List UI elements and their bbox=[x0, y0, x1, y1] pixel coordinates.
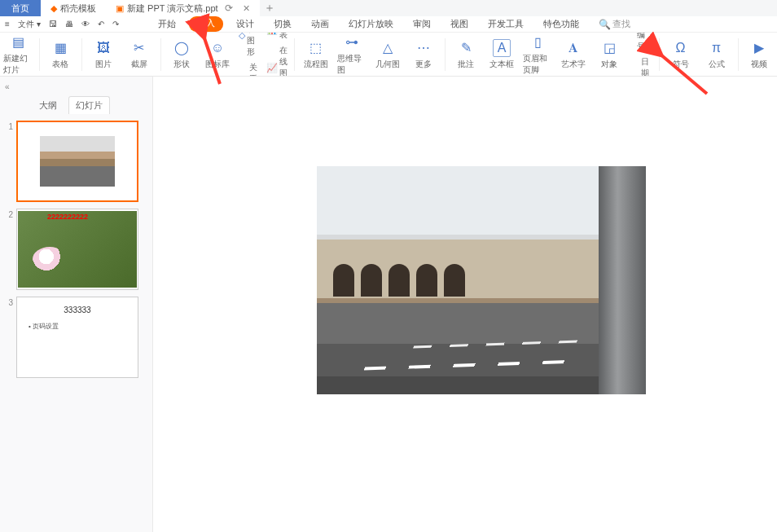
thumb3-bullet: • 页码设置 bbox=[29, 322, 59, 331]
geometry-button[interactable]: △ 几何图 bbox=[373, 39, 402, 70]
more-icon: ⋯ bbox=[415, 39, 432, 57]
object-label: 对象 bbox=[601, 59, 617, 70]
menu-toggle[interactable]: ≡ bbox=[5, 20, 10, 29]
slide-thumbnail-3[interactable]: 333333 • 页码设置 bbox=[16, 297, 138, 378]
workspace: « 大纲 幻灯片 1 2 2222222222 3 bbox=[0, 77, 777, 532]
collapse-icon[interactable]: « bbox=[5, 82, 10, 91]
search-label: 查找 bbox=[612, 18, 630, 30]
annotate-button[interactable]: ✎ 批注 bbox=[451, 39, 481, 70]
ribbon-tab-slideshow[interactable]: 幻灯片放映 bbox=[342, 16, 400, 32]
ribbon-tab-special[interactable]: 特色功能 bbox=[537, 16, 586, 32]
search-icon: 🔍 bbox=[599, 19, 611, 30]
slides-tab[interactable]: 幻灯片 bbox=[68, 96, 110, 114]
redo-icon[interactable]: ↷ bbox=[112, 20, 119, 29]
print-icon[interactable]: 🖶 bbox=[65, 20, 73, 29]
flowchart-icon: ⬚ bbox=[307, 39, 325, 57]
iconlib-icon: ☺ bbox=[209, 39, 226, 57]
ribbon-tab-dev[interactable]: 开发工具 bbox=[481, 16, 530, 32]
slide-thumbnails: 1 2 2222222222 3 333333 • 页码设置 bbox=[0, 116, 152, 389]
wordart-button[interactable]: 𝐀 艺术字 bbox=[559, 39, 588, 70]
save-icon[interactable]: 🖫 bbox=[49, 20, 57, 29]
thumb-image bbox=[40, 136, 115, 187]
table-icon: ▦ bbox=[51, 39, 69, 57]
tab-home[interactable]: 首页 bbox=[0, 0, 41, 16]
undo-icon[interactable]: ↶ bbox=[98, 20, 104, 29]
mindmap-button[interactable]: ⊶ 思维导图 bbox=[337, 33, 367, 76]
titlebar: 首页 ◆ 稻壳模板 ▣ 新建 PPT 演示文稿.ppt ⟳ ✕ ＋ bbox=[0, 0, 777, 16]
ribbon-tab-start[interactable]: 开始 bbox=[151, 16, 182, 32]
datetime-button[interactable]: ⏱日期和时间 bbox=[630, 55, 652, 77]
picture-label: 图片 bbox=[95, 59, 112, 70]
annotate-icon: ✎ bbox=[457, 39, 475, 57]
side-panel: « 大纲 幻灯片 1 2 2222222222 3 bbox=[0, 77, 153, 532]
preview-icon[interactable]: 👁 bbox=[81, 20, 90, 29]
object-button[interactable]: ◲ 对象 bbox=[595, 39, 624, 70]
ribbon-tab-transition[interactable]: 切换 bbox=[267, 16, 298, 32]
flowchart-label: 流程图 bbox=[304, 59, 328, 70]
shape-button[interactable]: ◯ 形状 bbox=[167, 39, 196, 70]
outline-tab[interactable]: 大纲 bbox=[33, 97, 64, 114]
tab-new[interactable]: ＋ bbox=[260, 0, 279, 16]
refresh-icon[interactable]: ⟳ bbox=[225, 2, 233, 14]
tab-template[interactable]: ◆ 稻壳模板 bbox=[41, 0, 106, 16]
search-box[interactable]: 🔍 查找 bbox=[599, 18, 630, 30]
chart-button[interactable]: 📊图表 bbox=[266, 33, 288, 42]
shape-label: 形状 bbox=[173, 59, 190, 70]
ribbon-tab-design[interactable]: 设计 bbox=[230, 16, 261, 32]
ribbon-tab-review[interactable]: 审阅 bbox=[406, 16, 437, 32]
thumb3-title: 333333 bbox=[17, 306, 138, 314]
more-label: 更多 bbox=[415, 59, 432, 70]
image-roadline bbox=[364, 359, 580, 370]
header-footer-label: 页眉和页脚 bbox=[523, 53, 552, 76]
more-button[interactable]: ⋯ 更多 bbox=[409, 39, 438, 70]
flowchart-button[interactable]: ⬚ 流程图 bbox=[301, 39, 331, 70]
thumb2-text: 2222222222 bbox=[47, 213, 88, 221]
menu-row: ≡ 文件 ▾ 🖫 🖶 👁 ↶ ↷ 开始 插入 设计 切换 动画 幻灯片放映 审阅… bbox=[0, 16, 777, 33]
video-button[interactable]: ▶ 视频 bbox=[744, 39, 774, 70]
slide-image[interactable] bbox=[317, 166, 646, 394]
thumb-number: 2 bbox=[5, 209, 13, 290]
symbol-button[interactable]: Ω 符号 bbox=[666, 39, 696, 70]
smart-shape-icon: ◇ bbox=[239, 33, 245, 41]
object-icon: ◲ bbox=[600, 39, 618, 57]
header-footer-button[interactable]: ▯ 页眉和页脚 bbox=[523, 33, 552, 76]
ribbon-tab-animation[interactable]: 动画 bbox=[305, 16, 336, 32]
screenshot-button[interactable]: ✂ 截屏 bbox=[125, 39, 154, 70]
thumb-row[interactable]: 2 2222222222 bbox=[5, 209, 147, 290]
image-roadline2 bbox=[413, 341, 579, 349]
slide-thumbnail-2[interactable]: 2222222222 bbox=[16, 209, 138, 290]
chart-group: 📊图表 📈在线图表 bbox=[266, 33, 288, 77]
new-slide-button[interactable]: ▤ 新建幻灯片 bbox=[3, 33, 33, 76]
symbol-label: 符号 bbox=[673, 59, 689, 70]
iconlib-button[interactable]: ☺ 图标库 bbox=[203, 39, 232, 70]
smart-shape-button[interactable]: ◇智能图形 bbox=[239, 33, 260, 59]
slide-canvas[interactable] bbox=[153, 77, 777, 532]
thumb-row[interactable]: 1 bbox=[5, 121, 147, 202]
tab-document[interactable]: ▣ 新建 PPT 演示文稿.ppt ⟳ ✕ bbox=[106, 0, 260, 16]
close-tab-icon[interactable]: ✕ bbox=[243, 3, 250, 14]
picture-icon: 🖼 bbox=[94, 39, 112, 57]
flame-icon: ◆ bbox=[50, 3, 57, 14]
table-label: 表格 bbox=[52, 59, 68, 70]
slide-thumbnail-1[interactable] bbox=[16, 121, 138, 202]
ribbon-tab-view[interactable]: 视图 bbox=[444, 16, 475, 32]
table-button[interactable]: ▦ 表格 bbox=[46, 39, 75, 70]
online-chart-button[interactable]: 📈在线图表 bbox=[266, 44, 288, 77]
slide-number-button[interactable]: #幻灯片编号 bbox=[630, 33, 652, 53]
symbol-icon: Ω bbox=[672, 39, 690, 57]
formula-icon: π bbox=[708, 39, 726, 57]
tab-template-label: 稻壳模板 bbox=[60, 2, 96, 15]
thumb-row[interactable]: 3 333333 • 页码设置 bbox=[5, 297, 147, 378]
tab-document-label: 新建 PPT 演示文稿.ppt bbox=[127, 2, 218, 15]
ribbon-tab-insert[interactable]: 插入 bbox=[189, 16, 223, 32]
formula-button[interactable]: π 公式 bbox=[702, 39, 731, 70]
relation-button[interactable]: ☁关系图 bbox=[239, 61, 260, 77]
side-tabs: 大纲 幻灯片 bbox=[0, 95, 152, 116]
online-chart-icon: 📈 bbox=[266, 62, 278, 73]
picture-button[interactable]: 🖼 图片 bbox=[89, 39, 118, 70]
num-group: #幻灯片编号 ⏱日期和时间 bbox=[630, 33, 652, 77]
video-icon: ▶ bbox=[750, 39, 768, 57]
file-menu[interactable]: 文件 ▾ bbox=[18, 19, 41, 30]
textbox-button[interactable]: A 文本框 bbox=[487, 39, 516, 70]
ribbon-tabs: 开始 插入 设计 切换 动画 幻灯片放映 审阅 视图 开发工具 特色功能 bbox=[151, 16, 586, 32]
